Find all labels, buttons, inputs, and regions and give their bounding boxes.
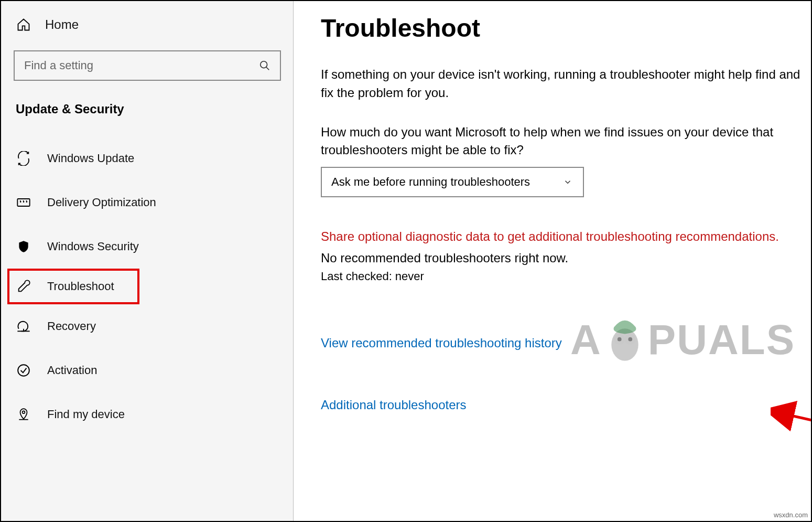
troubleshoot-preference-dropdown[interactable]: Ask me before running troubleshooters [321, 167, 584, 197]
shield-icon [16, 239, 31, 254]
check-circle-icon [16, 363, 31, 378]
main-content: Troubleshoot If something on your device… [294, 1, 811, 521]
sidebar-item-delivery-optimization[interactable]: Delivery Optimization [1, 180, 293, 225]
sync-icon [16, 151, 31, 166]
home-label: Home [45, 17, 79, 32]
search-input[interactable] [24, 59, 259, 72]
question-text: How much do you want Microsoft to help w… [321, 123, 811, 160]
sidebar-item-label: Activation [47, 364, 97, 377]
view-history-link[interactable]: View recommended troubleshooting history [321, 336, 562, 350]
no-recommended-text: No recommended troubleshooters right now… [321, 251, 811, 265]
sidebar-item-label: Recovery [47, 319, 96, 333]
additional-troubleshooters-link[interactable]: Additional troubleshooters [321, 398, 467, 412]
svg-line-1 [266, 67, 269, 70]
svg-line-10 [786, 414, 811, 462]
sidebar-item-activation[interactable]: Activation [1, 348, 293, 392]
sidebar-item-windows-update[interactable]: Windows Update [1, 136, 293, 180]
delivery-icon [16, 195, 31, 210]
sidebar-item-label: Delivery Optimization [47, 196, 156, 209]
dropdown-value: Ask me before running troubleshooters [331, 175, 530, 189]
diagnostic-notice: Share optional diagnostic data to get ad… [321, 228, 798, 246]
recovery-icon [16, 318, 31, 334]
sidebar-item-windows-security[interactable]: Windows Security [1, 225, 293, 269]
source-caption: wsxdn.com [774, 511, 808, 519]
sidebar-item-label: Find my device [47, 408, 125, 421]
sidebar-item-troubleshoot[interactable]: Troubleshoot [7, 269, 139, 304]
category-heading: Update & Security [1, 81, 293, 131]
page-title: Troubleshoot [321, 14, 811, 42]
home-icon [16, 17, 31, 33]
search-icon [259, 60, 270, 71]
nav-list: Windows Update Delivery Optimization [1, 131, 293, 436]
sidebar-item-label: Troubleshoot [47, 280, 114, 293]
last-checked-text: Last checked: never [321, 270, 811, 283]
chevron-down-icon [563, 177, 572, 187]
intro-text: If something on your device isn't workin… [321, 66, 803, 102]
sidebar-item-recovery[interactable]: Recovery [1, 304, 293, 348]
sidebar-item-label: Windows Update [47, 152, 134, 165]
sidebar-item-label: Windows Security [47, 240, 139, 253]
settings-sidebar: Home Update & Security [1, 1, 294, 521]
home-nav[interactable]: Home [1, 12, 293, 43]
svg-point-0 [261, 61, 267, 68]
location-icon [16, 407, 31, 422]
svg-point-3 [18, 365, 29, 376]
search-box[interactable] [14, 50, 281, 81]
sidebar-item-find-my-device[interactable]: Find my device [1, 392, 293, 436]
wrench-icon [16, 279, 31, 294]
svg-point-4 [23, 411, 25, 413]
